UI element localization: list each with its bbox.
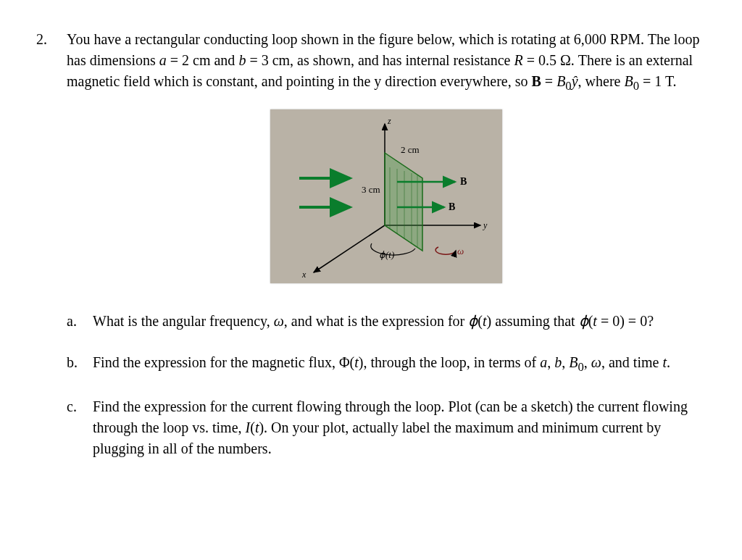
omega-label: ω: [457, 246, 464, 256]
axis-y-label: y: [483, 220, 488, 230]
b-label-2: B: [449, 201, 455, 212]
subpart-letter: c.: [67, 396, 83, 459]
subpart-letter: a.: [67, 311, 83, 332]
problem-stem: You have a rectangular conducting loop s…: [67, 29, 706, 95]
subpart-c: c. Find the expression for the current f…: [67, 396, 706, 459]
dim-b-label: 3 cm: [362, 184, 380, 195]
problem-block: 2. You have a rectangular conducting loo…: [36, 29, 706, 480]
subpart-letter: b.: [67, 352, 83, 376]
subpart-a: a. What is the angular frequency, ω, and…: [67, 311, 706, 332]
subparts: a. What is the angular frequency, ω, and…: [67, 311, 706, 459]
axis-z-label: z: [387, 116, 391, 126]
b-label-1: B: [460, 176, 467, 187]
subpart-text: Find the expression for the current flow…: [93, 396, 706, 459]
loop-figure: z y x 2 cm: [270, 109, 502, 283]
axis-x-label: x: [301, 269, 307, 280]
subpart-text: Find the expression for the magnetic flu…: [93, 352, 706, 376]
svg-line-2: [314, 225, 385, 272]
subpart-b: b. Find the expression for the magnetic …: [67, 352, 706, 376]
subpart-text: What is the angular frequency, ω, and wh…: [93, 311, 706, 332]
phi-label: ϕ(t): [379, 249, 394, 260]
figure-container: z y x 2 cm: [67, 109, 706, 289]
problem-body: You have a rectangular conducting loop s…: [67, 29, 706, 480]
problem-number: 2.: [36, 29, 54, 480]
figure-svg: z y x 2 cm: [270, 109, 502, 283]
dim-a-label: 2 cm: [401, 144, 420, 155]
loop-shape: [385, 153, 422, 251]
